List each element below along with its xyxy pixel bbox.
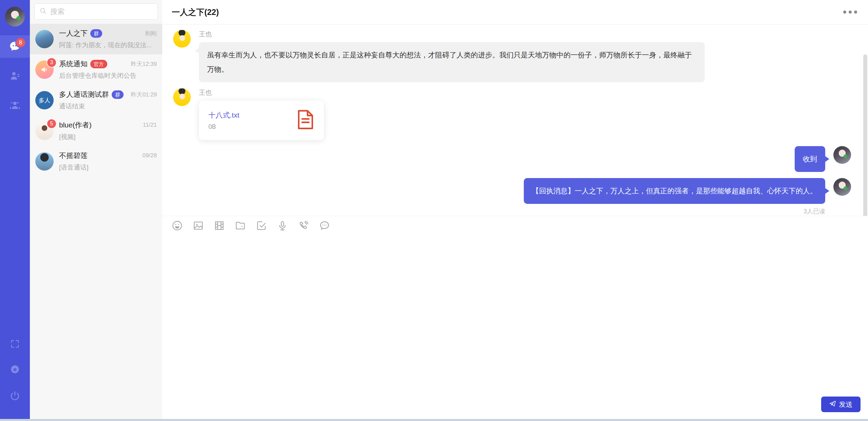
conversation-avatar bbox=[35, 152, 54, 171]
own-message-bubble[interactable]: 收到 bbox=[795, 146, 825, 172]
own-avatar[interactable] bbox=[833, 178, 851, 196]
conversation-preview: 阿莲: 作为朋友，现在的我没法... bbox=[59, 41, 157, 50]
message-row: 王也 虽有幸生而为人，也不要以万物灵长自居，正是这种妄自尊大的想法，才阻碍了人类… bbox=[173, 30, 851, 82]
conversation-item[interactable]: 3 系统通知 官方 昨天12:39 后台管理仓库临时关闭公告 bbox=[30, 54, 162, 85]
conversation-avatar: 3 bbox=[35, 60, 54, 79]
conversation-time: 09/28 bbox=[140, 152, 157, 159]
search-input[interactable] bbox=[50, 7, 153, 16]
settings-icon bbox=[9, 364, 21, 375]
conversation-time: 11/21 bbox=[140, 122, 157, 128]
sender-name: 王也 bbox=[199, 88, 324, 97]
chat-header: 一人之下(22) bbox=[162, 0, 868, 24]
unread-total-badge: 8 bbox=[16, 38, 25, 47]
message-row-own: 收到 bbox=[173, 146, 851, 172]
search-icon bbox=[39, 7, 50, 16]
conversation-item[interactable]: 5 blue(作者) 11/21 [视频] bbox=[30, 116, 162, 146]
power-icon bbox=[10, 390, 20, 401]
sender-avatar[interactable] bbox=[173, 88, 191, 106]
own-avatar[interactable] bbox=[833, 146, 851, 164]
conversation-item[interactable]: 多人 多人通话测试群 群 昨天01:29 通话结束 bbox=[30, 85, 162, 116]
nav-rail: 8 bbox=[0, 0, 30, 421]
conversation-preview: [视频] bbox=[59, 133, 157, 141]
conversation-item[interactable]: 不摇碧莲 09/28 [语音通话] bbox=[30, 146, 162, 177]
more-dots-icon bbox=[843, 11, 846, 14]
window-bottom-edge bbox=[0, 419, 868, 421]
send-plane-icon bbox=[829, 400, 836, 409]
composer-toolbar bbox=[162, 216, 868, 235]
message-row-own: 【回执消息】一人之下，万人之上，但真正的强者，是那些能够超越自我、心怀天下的人。… bbox=[173, 178, 851, 215]
fullscreen-icon bbox=[10, 339, 20, 349]
message-list: 王也 虽有幸生而为人，也不要以万物灵长自居，正是这种妄自尊大的想法，才阻碍了人类… bbox=[162, 24, 868, 216]
conversation-list: 一人之下 群 刚刚 阿莲: 作为朋友，现在的我没法... 3 系统通知 官方 昨… bbox=[30, 24, 162, 421]
conversation-avatar: 多人 bbox=[35, 91, 54, 109]
file-size: 0B bbox=[208, 123, 289, 130]
sender-avatar[interactable] bbox=[173, 30, 191, 48]
search-box[interactable] bbox=[34, 3, 158, 20]
search-area bbox=[30, 0, 162, 24]
conversation-time: 昨天01:29 bbox=[128, 91, 157, 99]
more-menu-button[interactable] bbox=[842, 8, 858, 16]
unread-badge: 5 bbox=[47, 119, 56, 128]
conversation-type-badge: 官方 bbox=[90, 60, 107, 68]
emoji-icon[interactable] bbox=[171, 220, 183, 232]
groups-icon bbox=[8, 99, 21, 111]
avatar[interactable] bbox=[5, 7, 25, 27]
conversation-title: 多人通话测试群 bbox=[59, 90, 109, 99]
conversation-title: 系统通知 bbox=[59, 59, 88, 69]
unread-badge: 3 bbox=[47, 58, 56, 67]
speaker-icon bbox=[40, 65, 49, 74]
message-input-area[interactable]: 发送 bbox=[162, 235, 868, 421]
read-status: 3人已读 bbox=[804, 207, 825, 215]
image-icon[interactable] bbox=[192, 220, 204, 232]
conversation-preview: [语音通话] bbox=[59, 163, 157, 172]
own-message-bubble[interactable]: 【回执消息】一人之下，万人之上，但真正的强者，是那些能够超越自我、心怀天下的人。 bbox=[524, 178, 825, 204]
scrollbar-thumb[interactable] bbox=[863, 54, 867, 216]
app-window: 8 bbox=[0, 0, 868, 421]
conversation-title: 不摇碧莲 bbox=[59, 151, 88, 160]
nav-item-groups[interactable] bbox=[0, 94, 30, 116]
screenshot-icon[interactable] bbox=[255, 220, 267, 232]
file-name-link[interactable]: 十八式.txt bbox=[208, 110, 289, 120]
conversation-title: 一人之下 bbox=[59, 29, 88, 38]
folder-icon[interactable] bbox=[234, 220, 246, 232]
sender-name: 王也 bbox=[199, 30, 705, 39]
history-icon[interactable] bbox=[318, 220, 331, 232]
conversation-preview: 后台管理仓库临时关闭公告 bbox=[59, 71, 157, 80]
video-icon[interactable] bbox=[213, 220, 225, 232]
message-bubble[interactable]: 虽有幸生而为人，也不要以万物灵长自居，正是这种妄自尊大的想法，才阻碍了人类的进步… bbox=[199, 42, 705, 82]
conversation-avatar: 5 bbox=[35, 122, 54, 140]
file-message-card[interactable]: 十八式.txt 0B bbox=[199, 101, 324, 140]
message-row: 王也 十八式.txt 0B bbox=[173, 88, 851, 140]
conversation-avatar bbox=[35, 30, 54, 48]
send-button-label: 发送 bbox=[839, 400, 853, 409]
nav-item-fullscreen[interactable] bbox=[10, 339, 20, 349]
nav-item-contacts[interactable] bbox=[0, 65, 30, 87]
conversation-item[interactable]: 一人之下 群 刚刚 阿莲: 作为朋友，现在的我没法... bbox=[30, 24, 162, 54]
send-button[interactable]: 发送 bbox=[821, 397, 861, 412]
call-icon[interactable] bbox=[297, 220, 310, 232]
conversation-time: 昨天12:39 bbox=[128, 60, 157, 68]
conversation-time: 刚刚 bbox=[143, 30, 157, 37]
chat-title: 一人之下(22) bbox=[172, 7, 219, 18]
nav-item-settings[interactable] bbox=[9, 364, 21, 375]
conversation-preview: 通话结束 bbox=[59, 102, 157, 111]
file-document-icon bbox=[297, 109, 314, 131]
mic-icon[interactable] bbox=[276, 220, 289, 232]
nav-item-power[interactable] bbox=[10, 390, 20, 401]
conversation-type-badge: 群 bbox=[112, 90, 124, 99]
conversation-title: blue(作者) bbox=[59, 120, 92, 130]
contacts-icon bbox=[9, 70, 21, 82]
nav-item-chats[interactable]: 8 bbox=[0, 35, 30, 58]
chat-main: 一人之下(22) 王也 虽有幸生而为人，也不要以万物灵长自居，正是这种妄自尊大的… bbox=[162, 0, 868, 421]
conversation-type-badge: 群 bbox=[90, 29, 102, 38]
conversation-sidebar: 一人之下 群 刚刚 阿莲: 作为朋友，现在的我没法... 3 系统通知 官方 昨… bbox=[30, 0, 162, 421]
